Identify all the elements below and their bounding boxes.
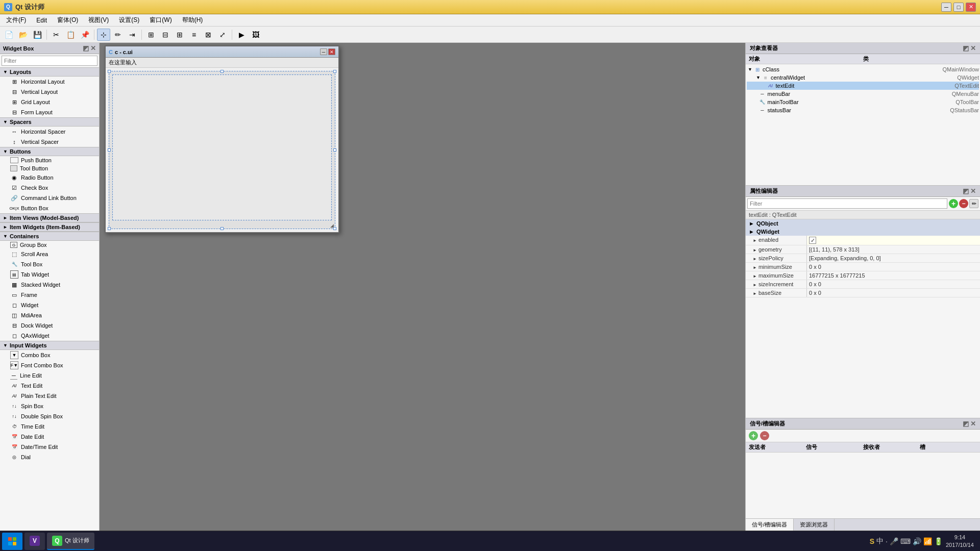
item-grid-layout[interactable]: ⊞ Grid Layout <box>0 97 99 107</box>
tb-cut[interactable]: ✂ <box>50 29 63 41</box>
minimize-button[interactable]: ─ <box>941 3 951 12</box>
maximize-button[interactable]: □ <box>953 3 964 12</box>
menu-edit[interactable]: Edit <box>32 16 51 25</box>
tb-resources[interactable]: 🖼 <box>249 29 262 41</box>
tb-select[interactable]: ⊹ <box>97 29 110 41</box>
design-window-close[interactable]: ✕ <box>328 48 335 55</box>
enabled-checkbox[interactable]: ✓ <box>809 237 816 244</box>
handle-bm[interactable] <box>220 227 224 230</box>
pe-edit-btn[interactable]: ✏ <box>969 199 978 208</box>
taskbar-qt[interactable]: Q Qt 设计师 <box>47 533 94 550</box>
pe-section-qwidget[interactable]: ► QWidget <box>746 228 980 236</box>
pe-minus-btn[interactable]: − <box>959 199 968 208</box>
ss-close-btn[interactable]: ✕ <box>970 420 976 428</box>
item-double-spin-box[interactable]: ↑↓ Double Spin Box <box>0 411 99 421</box>
oi-item-textedit[interactable]: AI textEdit QTextEdit <box>747 82 979 90</box>
handle-tr[interactable] <box>333 70 336 73</box>
item-combo-box[interactable]: ▼ Combo Box <box>0 350 99 360</box>
item-qax-widget[interactable]: ◻ QAxWidget <box>0 331 99 341</box>
property-filter-input[interactable] <box>747 198 947 209</box>
category-layouts[interactable]: ▼ Layouts <box>0 67 99 77</box>
widget-box-search[interactable] <box>2 56 97 66</box>
tb-new[interactable]: 📄 <box>2 29 15 41</box>
category-input-widgets[interactable]: ▼ Input Widgets <box>0 341 99 350</box>
item-dial[interactable]: ◎ Dial <box>0 452 99 462</box>
category-buttons[interactable]: ▼ Buttons <box>0 147 99 156</box>
item-command-link-button[interactable]: 🔗 Command Link Button <box>0 193 99 203</box>
oi-item-menubar[interactable]: ─ menuBar QMenuBar <box>747 90 979 98</box>
item-radio-button[interactable]: ◉ Radio Button <box>0 172 99 183</box>
menu-settings[interactable]: 设置(S) <box>115 15 143 26</box>
menu-view[interactable]: 视图(V) <box>84 15 113 26</box>
tb-layout-h[interactable]: ⊞ <box>144 29 158 41</box>
tb-layout-v[interactable]: ⊟ <box>159 29 172 41</box>
category-containers[interactable]: ▼ Containers <box>0 232 99 241</box>
pe-float-btn[interactable]: ◩ <box>963 187 969 195</box>
pe-val-geometry[interactable]: [(11, 11), 578 x 313] <box>807 245 980 254</box>
item-spin-box[interactable]: ↑↓ Spin Box <box>0 401 99 411</box>
oi-item-statusbar[interactable]: ─ statusBar QStatusBar <box>747 106 979 114</box>
category-spacers[interactable]: ▼ Spacers <box>0 117 99 127</box>
item-mdi-area[interactable]: ◫ MdiArea <box>0 310 99 320</box>
category-item-widgets[interactable]: ► Item Widgets (Item-Based) <box>0 222 99 232</box>
item-horizontal-layout[interactable]: ⊞ Horizontal Layout <box>0 77 99 87</box>
tb-edit-widget[interactable]: ✏ <box>111 29 125 41</box>
pe-val-enabled[interactable]: ✓ <box>807 236 980 245</box>
oi-item-centralwidget[interactable]: ▼ ≡ centralWidget QWidget <box>747 73 979 82</box>
item-plain-text-edit[interactable]: AI Plain Text Edit <box>0 391 99 401</box>
oi-item-maintoolbar[interactable]: 🔧 mainToolBar QToolBar <box>747 98 979 106</box>
item-date-edit[interactable]: 📅 Date Edit <box>0 432 99 442</box>
handle-tm[interactable] <box>220 70 224 73</box>
oi-float-btn[interactable]: ◩ <box>963 44 969 52</box>
start-button[interactable] <box>2 533 22 550</box>
item-button-box[interactable]: OK|X Button Box <box>0 203 99 213</box>
menu-window-form[interactable]: 窗体(O) <box>53 15 82 26</box>
handle-br[interactable] <box>333 227 336 230</box>
pe-val-base-size[interactable]: 0 x 0 <box>807 289 980 297</box>
item-line-edit[interactable]: ─ Line Edit <box>0 370 99 381</box>
tb-open[interactable]: 📂 <box>16 29 30 41</box>
item-stacked-widget[interactable]: ▦ Stacked Widget <box>0 280 99 290</box>
pe-val-size-increment[interactable]: 0 x 0 <box>807 280 980 288</box>
tab-signal-slot[interactable]: 信号/槽编辑器 <box>746 519 794 531</box>
menu-file[interactable]: 文件(F) <box>2 15 30 26</box>
design-window-minimize[interactable]: ─ <box>320 48 327 55</box>
item-frame[interactable]: ▭ Frame <box>0 290 99 300</box>
pe-add-btn[interactable]: + <box>949 199 958 208</box>
pe-val-max-size[interactable]: 16777215 x 16777215 <box>807 271 980 280</box>
item-text-edit[interactable]: AI Text Edit <box>0 381 99 391</box>
widget-box-float[interactable]: ◩ <box>83 44 89 52</box>
item-horiz-spacer[interactable]: ↔ Horizontal Spacer <box>0 127 99 137</box>
tb-save[interactable]: 💾 <box>31 29 44 41</box>
item-tool-button[interactable]: Tool Button <box>0 164 99 172</box>
item-datetime-edit[interactable]: 📅 Date/Time Edit <box>0 442 99 452</box>
oi-close-btn[interactable]: ✕ <box>970 44 976 52</box>
tb-tab-order[interactable]: ⇥ <box>126 29 139 41</box>
item-dock-widget[interactable]: ⊟ Dock Widget <box>0 320 99 331</box>
menu-window[interactable]: 窗口(W) <box>145 15 176 26</box>
tb-break-layout[interactable]: ⊠ <box>202 29 215 41</box>
ss-add-button[interactable]: + <box>749 431 758 440</box>
item-tab-widget[interactable]: ▤ Tab Widget <box>0 269 99 280</box>
item-group-box[interactable]: G Group Box <box>0 241 99 249</box>
item-time-edit[interactable]: ⏱ Time Edit <box>0 421 99 432</box>
pe-val-size-policy[interactable]: [Expanding, Expanding, 0, 0] <box>807 254 980 262</box>
item-push-button[interactable]: Push Button <box>0 156 99 164</box>
item-font-combo-box[interactable]: F▼ Font Combo Box <box>0 360 99 370</box>
category-item-views[interactable]: ► Item Views (Model-Based) <box>0 213 99 222</box>
item-tool-box[interactable]: 🔧 Tool Box <box>0 259 99 269</box>
item-vert-spacer[interactable]: ↕ Vertical Spacer <box>0 137 99 147</box>
handle-tl[interactable] <box>108 70 111 73</box>
handle-ml[interactable] <box>108 148 111 152</box>
item-form-layout[interactable]: ⊟ Form Layout <box>0 107 99 117</box>
pe-val-min-size[interactable]: 0 x 0 <box>807 263 980 271</box>
tb-layout-form[interactable]: ≡ <box>187 29 201 41</box>
design-canvas[interactable]: ◢ <box>109 71 335 229</box>
tb-preview[interactable]: ▶ <box>235 29 248 41</box>
ss-float-btn[interactable]: ◩ <box>963 420 969 428</box>
handle-bl[interactable] <box>108 227 111 230</box>
close-button[interactable]: ✕ <box>966 3 976 12</box>
item-scroll-area[interactable]: ⬚ Scroll Area <box>0 249 99 259</box>
tb-adjust-size[interactable]: ⤢ <box>216 29 229 41</box>
tb-layout-grid[interactable]: ⊞ <box>173 29 186 41</box>
